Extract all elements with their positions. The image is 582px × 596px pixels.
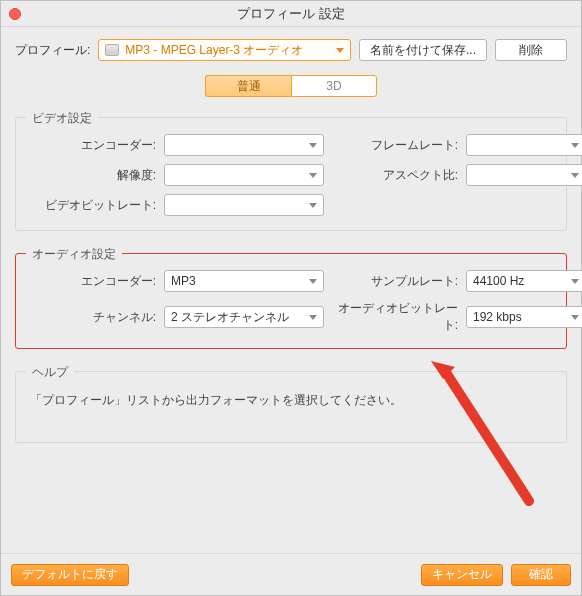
sample-rate-select[interactable]: 44100 Hz <box>466 270 582 292</box>
video-encoder-label: エンコーダー: <box>28 137 158 154</box>
titlebar: プロフィール 設定 <box>1 1 581 27</box>
chevron-down-icon <box>571 315 579 320</box>
channel-label: チャンネル: <box>28 309 158 326</box>
video-bitrate-label: ビデオビットレート: <box>28 197 158 214</box>
profile-selected-text: MP3 - MPEG Layer-3 オーディオ <box>125 42 330 59</box>
frame-rate-select[interactable] <box>466 134 582 156</box>
tab-bar: 普通 3D <box>15 75 567 97</box>
chevron-down-icon <box>309 143 317 148</box>
footer: デフォルトに戻す キャンセル 確認 <box>1 553 581 595</box>
format-icon <box>105 44 119 56</box>
close-icon[interactable] <box>9 8 21 20</box>
channel-select[interactable]: 2 ステレオチャンネル <box>164 306 324 328</box>
chevron-down-icon <box>309 315 317 320</box>
frame-rate-label: フレームレート: <box>330 137 460 154</box>
audio-bitrate-select[interactable]: 192 kbps <box>466 306 582 328</box>
audio-bitrate-label: オーディオビットレート: <box>330 300 460 334</box>
window-title: プロフィール 設定 <box>1 5 581 23</box>
video-legend: ビデオ設定 <box>26 110 98 127</box>
chevron-down-icon <box>309 173 317 178</box>
chevron-down-icon <box>336 48 344 53</box>
audio-settings-group: オーディオ設定 エンコーダー: MP3 サンプルレート: 44100 Hz チャ… <box>15 253 567 349</box>
video-encoder-select[interactable] <box>164 134 324 156</box>
video-bitrate-select[interactable] <box>164 194 324 216</box>
audio-legend: オーディオ設定 <box>26 246 122 263</box>
cancel-button[interactable]: キャンセル <box>421 564 503 586</box>
ok-button[interactable]: 確認 <box>511 564 571 586</box>
profile-settings-window: プロフィール 設定 プロフィール: MP3 - MPEG Layer-3 オーデ… <box>0 0 582 596</box>
aspect-ratio-select[interactable] <box>466 164 582 186</box>
video-settings-group: ビデオ設定 エンコーダー: フレームレート: 解像度: アスペクト比: ビデオビ… <box>15 117 567 231</box>
delete-button[interactable]: 削除 <box>495 39 567 61</box>
profile-select[interactable]: MP3 - MPEG Layer-3 オーディオ <box>98 39 351 61</box>
chevron-down-icon <box>309 279 317 284</box>
chevron-down-icon <box>309 203 317 208</box>
sample-rate-label: サンプルレート: <box>330 273 460 290</box>
help-text: 「プロフィール」リストから出力フォーマットを選択してください。 <box>28 388 554 413</box>
aspect-ratio-label: アスペクト比: <box>330 167 460 184</box>
chevron-down-icon <box>571 173 579 178</box>
tab-normal[interactable]: 普通 <box>205 75 291 97</box>
profile-row: プロフィール: MP3 - MPEG Layer-3 オーディオ 名前を付けて保… <box>15 39 567 61</box>
tab-3d[interactable]: 3D <box>291 75 377 97</box>
help-legend: ヘルプ <box>26 364 74 381</box>
audio-encoder-label: エンコーダー: <box>28 273 158 290</box>
defaults-button[interactable]: デフォルトに戻す <box>11 564 129 586</box>
chevron-down-icon <box>571 143 579 148</box>
resolution-label: 解像度: <box>28 167 158 184</box>
resolution-select[interactable] <box>164 164 324 186</box>
help-group: ヘルプ 「プロフィール」リストから出力フォーマットを選択してください。 <box>15 371 567 443</box>
save-as-button[interactable]: 名前を付けて保存... <box>359 39 487 61</box>
chevron-down-icon <box>571 279 579 284</box>
profile-label: プロフィール: <box>15 42 90 59</box>
audio-encoder-select[interactable]: MP3 <box>164 270 324 292</box>
